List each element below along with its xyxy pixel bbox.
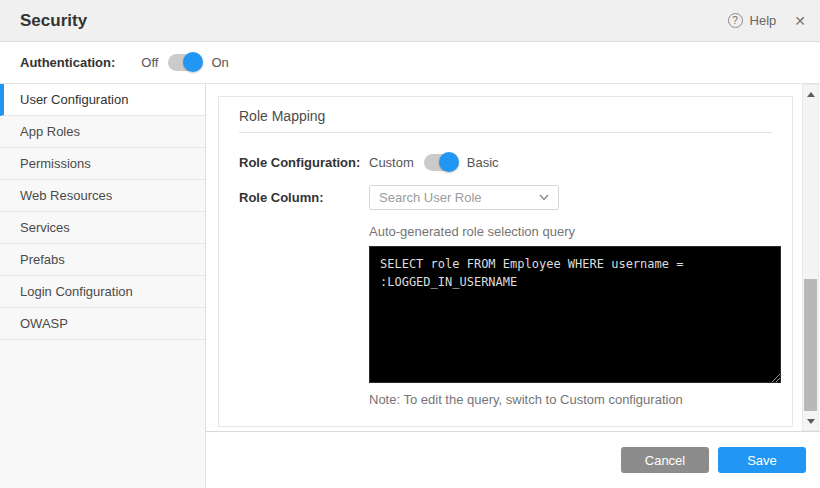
- sidebar-item-label: Services: [20, 220, 70, 235]
- help-label: Help: [750, 13, 777, 28]
- query-label: Auto-generated role selection query: [369, 224, 781, 239]
- role-configuration-toggle[interactable]: [424, 154, 457, 171]
- role-configuration-label: Role Configuration:: [239, 155, 369, 170]
- query-row: Auto-generated role selection query SELE…: [219, 224, 792, 407]
- query-column: Auto-generated role selection query SELE…: [369, 224, 781, 407]
- query-wrap: SELECT role FROM Employee WHERE username…: [369, 246, 781, 383]
- sidebar-item-login-configuration[interactable]: Login Configuration: [0, 276, 205, 308]
- query-note: Note: To edit the query, switch to Custo…: [369, 392, 781, 407]
- chevron-down-icon: [539, 194, 549, 201]
- page-title: Security: [20, 11, 87, 31]
- role-column-row: Role Column: Search User Role: [219, 185, 792, 210]
- main-content: Role Mapping Role Configuration: Custom …: [206, 84, 820, 488]
- role-configuration-toggle-group: Custom Basic: [369, 154, 499, 171]
- sidebar-item-prefabs[interactable]: Prefabs: [0, 244, 205, 276]
- select-placeholder: Search User Role: [379, 190, 482, 205]
- custom-option-label: Custom: [369, 155, 414, 170]
- sidebar: User Configuration App Roles Permissions…: [0, 84, 206, 488]
- sidebar-item-label: Web Resources: [20, 188, 112, 203]
- authentication-label: Authentication:: [20, 55, 115, 70]
- sidebar-item-app-roles[interactable]: App Roles: [0, 116, 205, 148]
- help-icon: ?: [728, 13, 743, 28]
- cancel-button[interactable]: Cancel: [621, 447, 709, 473]
- divider: [239, 132, 772, 133]
- scroll-down-icon: [807, 419, 815, 424]
- sidebar-item-owasp[interactable]: OWASP: [0, 308, 205, 340]
- sidebar-item-web-resources[interactable]: Web Resources: [0, 180, 205, 212]
- sidebar-item-user-configuration[interactable]: User Configuration: [0, 84, 205, 116]
- footer-actions: Cancel Save: [206, 432, 820, 488]
- authentication-toggle[interactable]: [168, 54, 201, 71]
- header-actions: ? Help ✕: [728, 13, 806, 28]
- scroll-area: Role Mapping Role Configuration: Custom …: [206, 84, 820, 432]
- sidebar-item-label: Login Configuration: [20, 284, 133, 299]
- scrollbar[interactable]: [802, 84, 819, 431]
- save-button[interactable]: Save: [718, 447, 806, 473]
- scroll-up-button[interactable]: [803, 87, 818, 101]
- security-dialog: Security ? Help ✕ Authentication: Off On…: [0, 0, 820, 488]
- sidebar-item-label: OWASP: [20, 316, 68, 331]
- basic-option-label: Basic: [467, 155, 499, 170]
- role-configuration-row: Role Configuration: Custom Basic: [219, 154, 792, 171]
- role-column-select[interactable]: Search User Role: [369, 185, 559, 210]
- help-button[interactable]: ? Help: [728, 13, 777, 28]
- sidebar-item-services[interactable]: Services: [0, 212, 205, 244]
- sidebar-item-label: User Configuration: [20, 92, 128, 107]
- toggle-knob: [439, 152, 459, 172]
- section-title-role-mapping: Role Mapping: [219, 97, 792, 124]
- body: User Configuration App Roles Permissions…: [0, 84, 820, 488]
- role-mapping-panel: Role Mapping Role Configuration: Custom …: [218, 96, 793, 427]
- close-icon[interactable]: ✕: [794, 14, 806, 28]
- sidebar-item-permissions[interactable]: Permissions: [0, 148, 205, 180]
- sidebar-item-label: App Roles: [20, 124, 80, 139]
- sidebar-item-label: Permissions: [20, 156, 91, 171]
- header: Security ? Help ✕: [0, 0, 820, 42]
- authentication-on-label: On: [211, 55, 228, 70]
- role-column-label: Role Column:: [239, 190, 369, 205]
- authentication-bar: Authentication: Off On: [0, 42, 820, 84]
- sidebar-item-label: Prefabs: [20, 252, 65, 267]
- query-textarea[interactable]: SELECT role FROM Employee WHERE username…: [369, 246, 781, 383]
- scroll-down-button[interactable]: [803, 414, 818, 428]
- authentication-off-label: Off: [141, 55, 158, 70]
- toggle-knob: [183, 52, 203, 72]
- scroll-up-icon: [807, 92, 815, 97]
- scrollbar-thumb[interactable]: [804, 279, 817, 411]
